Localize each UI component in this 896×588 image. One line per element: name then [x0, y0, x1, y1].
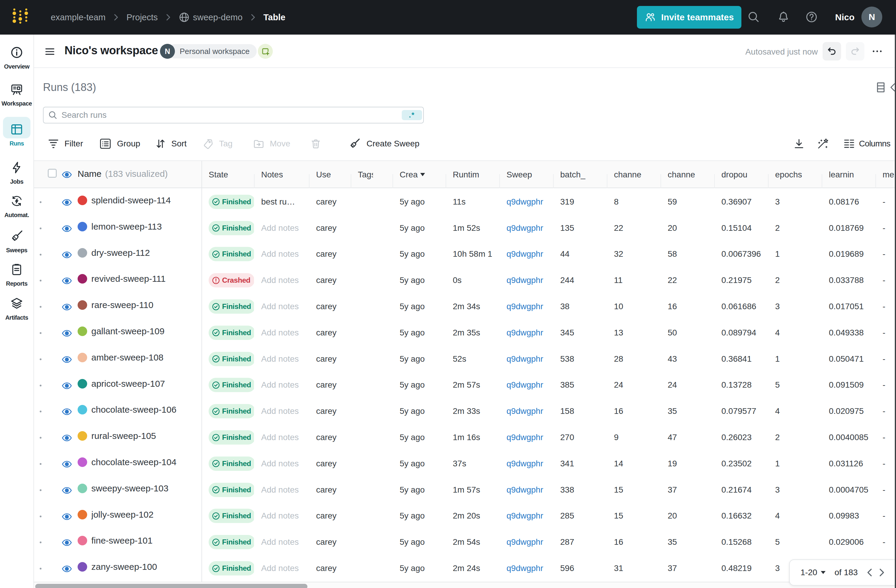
page-range-dropdown[interactable]: 1-20 [800, 568, 817, 577]
run-notes-cell[interactable]: Add notes [254, 267, 309, 293]
run-notes-cell[interactable]: Add notes [254, 346, 309, 372]
breadcrumb-projects[interactable]: Projects [126, 12, 158, 22]
column-header-momentum[interactable]: me [875, 161, 896, 188]
search-runs-input[interactable]: Search runs .* [43, 107, 424, 123]
drag-handle-dot[interactable] [40, 306, 41, 308]
run-name[interactable]: jolly-sweep-102 [91, 510, 154, 520]
visibility-eye-icon[interactable] [62, 485, 72, 497]
sidebar-item-automations[interactable]: Automat. [0, 194, 34, 219]
run-notes-cell[interactable]: Add notes [254, 320, 309, 346]
run-notes-cell[interactable]: best ru… [254, 189, 309, 215]
drag-handle-dot[interactable] [40, 201, 41, 203]
table-row[interactable]: zany-sweep-100 Finished Add notes carey … [34, 555, 896, 582]
sort-button[interactable]: Sort [156, 134, 187, 153]
run-notes-cell[interactable]: Add notes [254, 555, 309, 582]
visibility-eye-icon[interactable] [62, 328, 72, 340]
column-header-created[interactable]: Crea [393, 161, 446, 188]
select-all-checkbox[interactable] [48, 169, 57, 178]
magic-wand-button[interactable] [817, 134, 829, 153]
visibility-eye-icon[interactable] [62, 459, 72, 471]
run-name[interactable]: lemon-sweep-113 [91, 222, 162, 232]
table-row[interactable]: chocolate-sweep-104 Finished Add notes c… [34, 451, 896, 477]
table-row[interactable]: apricot-sweep-107 Finished Add notes car… [34, 372, 896, 398]
run-notes-cell[interactable]: Add notes [254, 529, 309, 555]
create-sweep-button[interactable]: Create Sweep [349, 134, 419, 153]
run-sweep-link[interactable]: q9dwgphr [499, 477, 553, 503]
table-row[interactable]: jolly-sweep-102 Finished Add notes carey… [34, 503, 896, 529]
run-sweep-link[interactable]: q9dwgphr [499, 346, 553, 372]
visibility-eye-icon[interactable] [62, 276, 72, 287]
column-header-batch-size[interactable]: batch_ [553, 161, 607, 188]
visibility-eye-icon[interactable] [62, 198, 72, 209]
visibility-eye-icon[interactable] [62, 512, 72, 523]
column-header-learning-rate[interactable]: learnin [822, 161, 875, 188]
run-name[interactable]: splendid-sweep-114 [91, 195, 171, 205]
drag-handle-dot[interactable] [40, 332, 41, 334]
column-header-tags[interactable]: Tags [351, 161, 393, 188]
export-download-button[interactable] [793, 134, 805, 153]
column-header-channels-one[interactable]: channe [607, 161, 660, 188]
table-row[interactable]: chocolate-sweep-106 Finished Add notes c… [34, 398, 896, 424]
sidebar-item-reports[interactable]: Reports [0, 262, 34, 287]
run-notes-cell[interactable]: Add notes [254, 424, 309, 451]
avatar[interactable]: N [861, 6, 882, 27]
scrollbar-thumb[interactable] [35, 584, 308, 588]
columns-button[interactable]: Columns [844, 134, 890, 153]
run-notes-cell[interactable]: Add notes [254, 477, 309, 503]
run-sweep-link[interactable]: q9dwgphr [499, 424, 553, 451]
column-header-channels-two[interactable]: channe [660, 161, 714, 188]
run-notes-cell[interactable]: Add notes [254, 241, 309, 267]
wandb-logo-icon[interactable] [9, 6, 30, 27]
run-name[interactable]: amber-sweep-108 [91, 352, 163, 363]
redo-button[interactable] [846, 42, 864, 61]
run-sweep-link[interactable]: q9dwgphr [499, 372, 553, 398]
filter-button[interactable]: Filter [48, 134, 83, 153]
run-name[interactable]: sweepy-sweep-103 [91, 483, 168, 494]
run-name[interactable]: chocolate-sweep-106 [91, 405, 177, 415]
collapsed-panel-edge[interactable] [895, 35, 896, 588]
run-sweep-link[interactable]: q9dwgphr [499, 529, 553, 555]
invite-teammates-button[interactable]: Invite teammates [637, 6, 741, 29]
table-row[interactable]: dry-sweep-112 Finished Add notes carey 5… [34, 241, 896, 267]
run-name[interactable]: chocolate-sweep-104 [91, 457, 177, 467]
drag-handle-dot[interactable] [40, 384, 41, 386]
run-notes-cell[interactable]: Add notes [254, 293, 309, 320]
horizontal-scrollbar[interactable] [34, 582, 896, 588]
drag-handle-dot[interactable] [40, 541, 41, 543]
tag-button[interactable]: Tag [203, 134, 233, 153]
table-row[interactable]: amber-sweep-108 Finished Add notes carey… [34, 346, 896, 372]
sidebar-item-sweeps[interactable]: Sweeps [0, 229, 34, 254]
notifications-bell-icon[interactable] [777, 11, 790, 23]
table-row[interactable]: lemon-sweep-113 Finished Add notes carey… [34, 215, 896, 241]
name-header-label[interactable]: Name [78, 169, 102, 179]
sidebar-item-workspace[interactable]: Workspace [0, 82, 34, 107]
run-name[interactable]: rural-sweep-105 [91, 431, 156, 441]
drag-handle-dot[interactable] [40, 515, 41, 517]
run-sweep-link[interactable]: q9dwgphr [499, 503, 553, 529]
visibility-eye-icon[interactable] [62, 433, 72, 444]
move-button[interactable]: Move [253, 134, 290, 153]
column-header-user[interactable]: Use [309, 161, 351, 188]
table-row[interactable]: rare-sweep-110 Finished Add notes carey … [34, 293, 896, 320]
drag-handle-dot[interactable] [40, 254, 41, 255]
drag-handle-dot[interactable] [40, 568, 41, 570]
column-header-state[interactable]: State [201, 161, 254, 188]
run-notes-cell[interactable]: Add notes [254, 372, 309, 398]
column-header-runtime[interactable]: Runtim [446, 161, 499, 188]
run-name[interactable]: dry-sweep-112 [91, 248, 150, 258]
run-sweep-link[interactable]: q9dwgphr [499, 189, 553, 215]
run-notes-cell[interactable]: Add notes [254, 398, 309, 424]
help-icon[interactable] [805, 11, 818, 23]
run-name[interactable]: revived-sweep-111 [91, 274, 166, 284]
run-name[interactable]: fine-sweep-101 [91, 536, 152, 545]
table-row[interactable]: sweepy-sweep-103 Finished Add notes care… [34, 477, 896, 503]
workspace-edit-icon[interactable] [258, 44, 273, 59]
sidebar-item-overview[interactable]: Overview [0, 45, 34, 70]
column-header-dropout[interactable]: dropou [714, 161, 768, 188]
visibility-eye-icon[interactable] [62, 250, 72, 261]
breadcrumb-project[interactable]: sweep-demo [193, 12, 243, 22]
group-button[interactable]: Group [100, 134, 140, 153]
table-row[interactable]: rural-sweep-105 Finished Add notes carey… [34, 424, 896, 451]
menu-hamburger-icon[interactable] [46, 47, 54, 55]
visibility-eye-icon[interactable] [62, 170, 72, 181]
